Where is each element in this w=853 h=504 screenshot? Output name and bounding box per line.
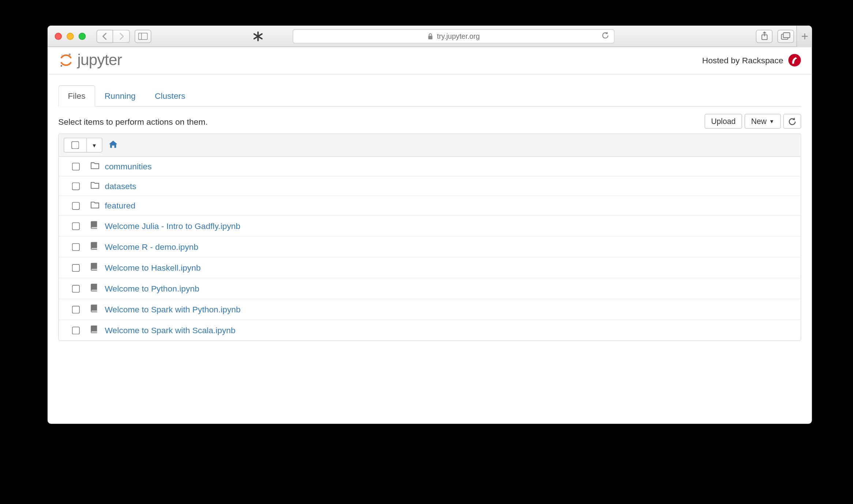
reload-icon: [601, 31, 609, 39]
row-checkbox[interactable]: [72, 182, 80, 190]
sidebar-toggle[interactable]: [135, 30, 151, 43]
file-row: communities: [59, 157, 801, 177]
svg-point-12: [69, 53, 71, 55]
file-row: Welcome to Python.ipynb: [59, 278, 801, 299]
back-button[interactable]: [97, 30, 113, 43]
row-checkbox[interactable]: [72, 326, 80, 334]
caret-down-icon: ▼: [92, 142, 97, 148]
share-icon: [760, 31, 768, 40]
close-window[interactable]: [55, 33, 62, 40]
file-row: Welcome to Haskell.ipynb: [59, 257, 801, 278]
file-link[interactable]: communities: [105, 162, 151, 171]
file-link[interactable]: Welcome R - demo.ipynb: [105, 242, 198, 252]
file-link[interactable]: Welcome to Haskell.ipynb: [105, 263, 200, 272]
tabs-icon: [781, 32, 790, 40]
folder-icon: [90, 162, 100, 171]
upload-button[interactable]: Upload: [704, 114, 742, 129]
file-row: featured: [59, 196, 801, 216]
url-text: try.jupyter.org: [437, 32, 480, 40]
svg-rect-5: [428, 35, 432, 39]
notebook-icon: [90, 304, 100, 315]
row-checkbox[interactable]: [72, 222, 80, 230]
notebook-icon: [90, 241, 100, 252]
share-button[interactable]: [756, 30, 773, 43]
select-all-checkbox[interactable]: [71, 141, 79, 149]
caret-down-icon: ▼: [769, 118, 774, 124]
svg-point-13: [61, 65, 63, 67]
hosted-by[interactable]: Hosted by Rackspace: [702, 53, 801, 67]
window-controls: [55, 33, 86, 40]
list-header: ▼: [59, 134, 801, 157]
toolbar-hint: Select items to perform actions on them.: [58, 117, 207, 126]
row-checkbox[interactable]: [72, 305, 80, 313]
file-row: Welcome R - demo.ipynb: [59, 237, 801, 257]
chevron-right-icon: [118, 33, 124, 40]
folder-icon: [90, 201, 100, 210]
select-all-group: ▼: [64, 138, 102, 153]
jupyter-logo-icon: [58, 52, 74, 68]
tab-files[interactable]: Files: [58, 85, 95, 107]
fullscreen-window[interactable]: [79, 33, 86, 40]
svg-rect-9: [783, 33, 790, 38]
row-checkbox[interactable]: [72, 162, 80, 170]
reload-button[interactable]: [601, 31, 609, 41]
browser-toolbar: try.jupyter.org: [48, 26, 812, 47]
lock-icon: [427, 33, 433, 40]
breadcrumb-home[interactable]: [108, 140, 118, 150]
tabs-button[interactable]: [777, 30, 794, 43]
file-row: Welcome to Spark with Scala.ipynb: [59, 320, 801, 340]
plus-icon: [801, 33, 808, 40]
home-icon: [108, 140, 118, 148]
toolbar: Select items to perform actions on them.…: [58, 114, 801, 129]
refresh-button[interactable]: [783, 114, 801, 129]
jupyter-logo[interactable]: jupyter: [58, 50, 122, 69]
minimize-window[interactable]: [67, 33, 74, 40]
refresh-icon: [788, 117, 796, 125]
page-header: jupyter Hosted by Rackspace: [48, 47, 812, 75]
folder-icon: [90, 181, 100, 191]
row-checkbox[interactable]: [72, 264, 80, 271]
tab-clusters[interactable]: Clusters: [145, 85, 195, 107]
file-list: ▼ communitiesdatasetsfeaturedWelcome Jul…: [58, 133, 801, 341]
rackspace-icon: [788, 53, 801, 67]
file-link[interactable]: Welcome to Spark with Scala.ipynb: [105, 326, 235, 335]
file-link[interactable]: datasets: [105, 181, 136, 191]
asterisk-icon: [252, 30, 264, 42]
hosted-by-text: Hosted by Rackspace: [702, 55, 783, 65]
file-link[interactable]: Welcome Julia - Intro to Gadfly.ipynb: [105, 221, 240, 231]
new-dropdown[interactable]: New ▼: [745, 114, 781, 129]
notebook-icon: [90, 262, 100, 273]
row-checkbox[interactable]: [72, 285, 80, 292]
chevron-left-icon: [102, 33, 108, 40]
svg-point-14: [61, 54, 63, 55]
notebook-icon: [90, 221, 100, 231]
notebook-icon: [90, 325, 100, 335]
new-tab-button[interactable]: [796, 26, 812, 47]
select-dropdown[interactable]: ▼: [87, 138, 102, 152]
forward-button[interactable]: [113, 30, 130, 43]
file-link[interactable]: Welcome to Spark with Python.ipynb: [105, 305, 240, 314]
sidebar-icon: [138, 33, 148, 40]
file-link[interactable]: featured: [105, 201, 135, 210]
extension-icon[interactable]: [251, 30, 264, 43]
address-bar[interactable]: try.jupyter.org: [293, 29, 615, 43]
tabs: FilesRunningClusters: [58, 85, 801, 107]
svg-rect-0: [139, 33, 147, 40]
file-link[interactable]: Welcome to Python.ipynb: [105, 284, 199, 293]
file-row: Welcome Julia - Intro to Gadfly.ipynb: [59, 216, 801, 237]
row-checkbox[interactable]: [72, 243, 80, 251]
browser-window: try.jupyter.org: [48, 26, 812, 424]
file-row: Welcome to Spark with Python.ipynb: [59, 299, 801, 320]
page-content: jupyter Hosted by Rackspace FilesRunning…: [48, 47, 812, 341]
notebook-icon: [90, 283, 100, 294]
new-label: New: [751, 117, 767, 125]
file-row: datasets: [59, 176, 801, 196]
tab-running[interactable]: Running: [95, 85, 145, 107]
logo-text: jupyter: [78, 50, 122, 69]
row-checkbox[interactable]: [72, 202, 80, 210]
